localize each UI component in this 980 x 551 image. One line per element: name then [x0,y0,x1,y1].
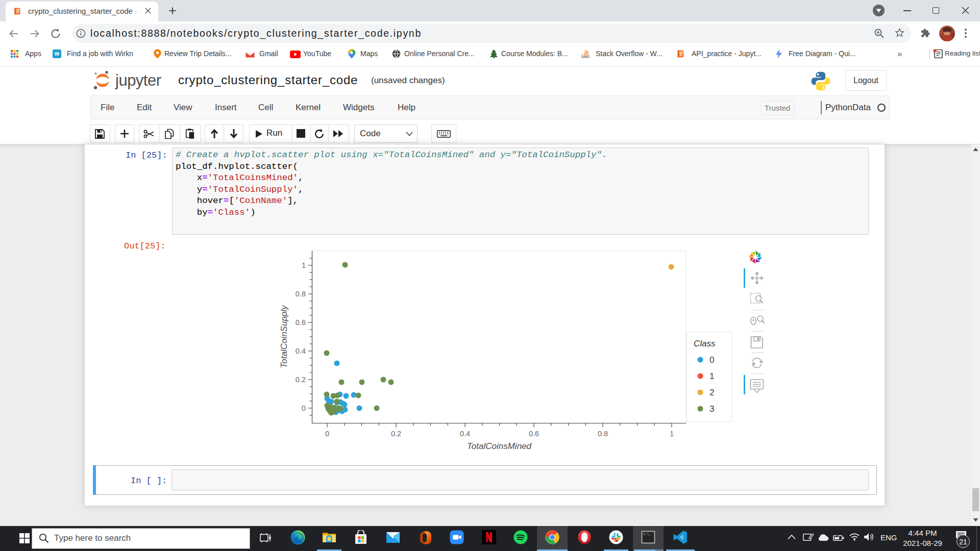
svg-text:0.6: 0.6 [296,318,306,327]
svg-text:1: 1 [670,430,674,438]
svg-text:0.2: 0.2 [391,430,401,438]
svg-text:0: 0 [325,430,329,438]
svg-text:0.8: 0.8 [296,290,306,298]
svg-text:1: 1 [709,371,714,381]
svg-text:0.8: 0.8 [598,430,608,438]
svg-text:0: 0 [302,404,306,412]
svg-text:0.6: 0.6 [529,430,539,438]
svg-text:0.4: 0.4 [296,347,306,355]
svg-text:2: 2 [709,388,714,397]
svg-text:0: 0 [709,355,714,365]
svg-text:0.2: 0.2 [296,375,306,384]
svg-text:TotalCoinsMined: TotalCoinsMined [467,441,532,451]
svg-text:Class: Class [694,339,716,348]
svg-text:0.4: 0.4 [460,430,470,438]
svg-text:TotalCoinSupply: TotalCoinSupply [279,305,289,368]
svg-text:C:\_: C:\_ [644,533,651,536]
svg-text:1: 1 [302,261,306,269]
svg-text:3: 3 [709,404,714,414]
